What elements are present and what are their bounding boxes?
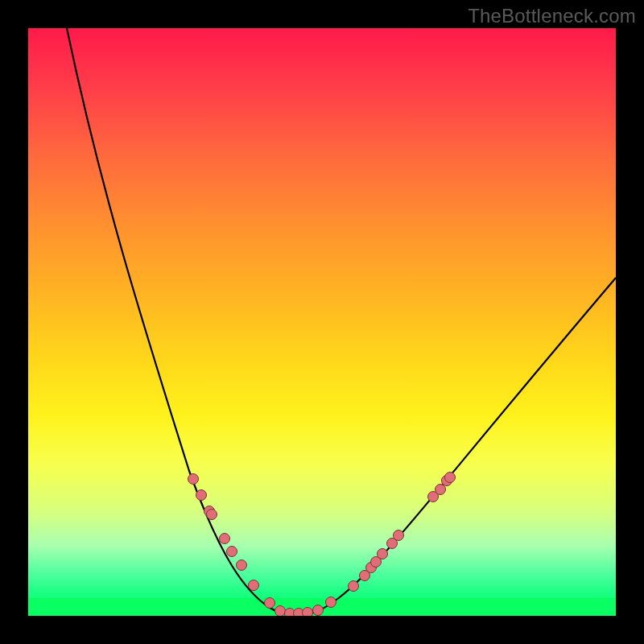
curve-dot [313,605,324,616]
curve-dot [196,490,207,501]
curve-dot [349,581,359,592]
curve-dot [394,530,404,541]
curve-dot [326,597,336,608]
curve-dot [275,606,286,617]
chart-overlay [28,28,616,616]
curve-dot [237,560,247,571]
curve-dot [227,547,237,557]
curve-dot [303,608,313,617]
plot-area [28,28,616,616]
watermark-text: TheBottleneck.com [468,5,636,27]
curve-dot [265,598,275,609]
curve-dot [445,473,456,483]
chart-frame: TheBottleneck.com [0,0,644,644]
curve-dot [249,580,259,591]
bottleneck-curve [67,28,616,615]
curve-dot [378,549,388,559]
curve-dot [436,485,446,495]
dot-group [188,473,456,617]
curve-dot [220,534,230,544]
curve-dot [207,510,217,520]
curve-dot [188,474,199,485]
